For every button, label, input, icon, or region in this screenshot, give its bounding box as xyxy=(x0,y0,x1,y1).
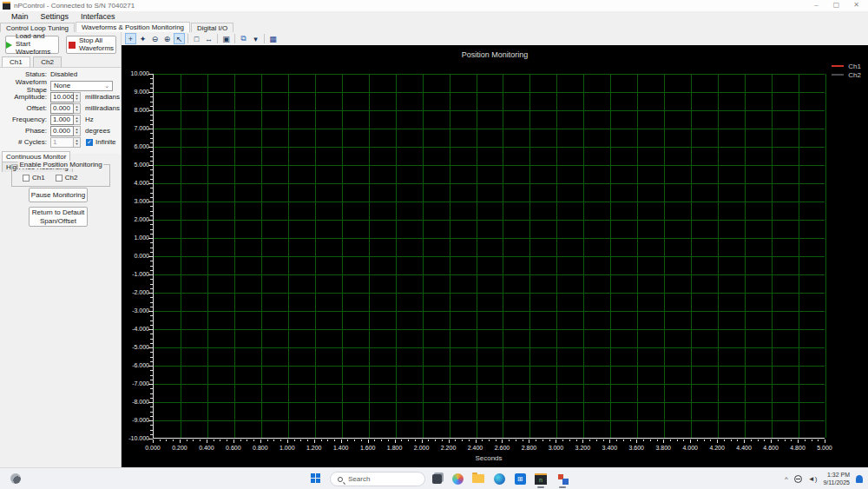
taskbar-clock[interactable]: 1:32 PM 9/11/2025 xyxy=(823,471,850,486)
amplitude-input[interactable]: 10.000 xyxy=(50,92,74,102)
frequency-stepper[interactable]: ▲▼ xyxy=(74,115,81,125)
network-icon[interactable] xyxy=(794,475,802,483)
plot-area[interactable] xyxy=(153,74,825,439)
zoom-out-icon[interactable]: ⊖ xyxy=(149,33,161,44)
load-start-waveforms-button[interactable]: Load and Start Waveforms xyxy=(5,36,59,54)
microsoft-store-button[interactable]: ⊞ xyxy=(513,472,527,486)
title-bar: nPControl - Connected to S/N 7040271 – ▢… xyxy=(0,0,868,11)
close-button[interactable]: ✕ xyxy=(846,0,866,11)
x-minor-tick xyxy=(805,439,806,441)
frequency-input[interactable]: 1.000 xyxy=(50,115,74,125)
taskbar-search[interactable]: Search xyxy=(330,472,425,486)
copy-icon[interactable]: ⧉ xyxy=(238,33,249,44)
y-tick-label: -1.000 xyxy=(124,271,149,277)
volume-icon[interactable]: ◄) xyxy=(808,475,818,483)
start-button[interactable] xyxy=(311,473,321,484)
window-title: nPControl - Connected to S/N 7040271 xyxy=(14,2,135,10)
notification-bell-icon[interactable] xyxy=(856,475,863,483)
file-explorer-button[interactable] xyxy=(471,472,485,486)
x-tick-label: 4.600 xyxy=(758,445,784,451)
x-tick-label: 5.000 xyxy=(812,445,838,451)
amplitude-label: Amplitude: xyxy=(0,93,50,101)
x-minor-tick xyxy=(280,439,281,441)
tab-control-loop-tuning[interactable]: Control Loop Tuning xyxy=(0,23,75,32)
cycles-row: # Cycles: 1 ▲▼ ✓ Infinite xyxy=(0,136,121,148)
properties-icon[interactable]: ▣ xyxy=(220,33,232,44)
copy-dropdown-icon[interactable]: ▾ xyxy=(250,33,261,44)
cursor-icon[interactable]: ↖ xyxy=(174,33,185,44)
x-minor-tick xyxy=(173,439,174,441)
offset-input[interactable]: 0.000 xyxy=(50,103,74,114)
box-select-icon[interactable]: □ xyxy=(191,33,202,44)
app-logo-icon xyxy=(3,2,10,10)
phase-input[interactable]: 0.000 xyxy=(50,126,74,136)
stop-all-waveforms-button[interactable]: Stop All Waveforms xyxy=(66,36,116,54)
pause-monitoring-label: Pause Monitoring xyxy=(31,191,85,200)
x-minor-tick xyxy=(347,439,348,441)
offset-stepper[interactable]: ▲▼ xyxy=(74,103,81,114)
phase-label: Phase: xyxy=(0,127,50,135)
y-minor-tick xyxy=(150,161,153,162)
x-tick-label: 0.800 xyxy=(247,445,273,451)
tray-chevron-up-icon[interactable]: ^ xyxy=(785,475,788,483)
gridline-h xyxy=(154,238,825,239)
offset-row: Offset: 0.000 ▲▼ milliradians xyxy=(0,102,121,114)
check-icon: ✓ xyxy=(87,139,92,146)
legend-label: Ch1 xyxy=(848,63,861,70)
y-minor-tick xyxy=(150,412,153,413)
phase-row: Phase: 0.000 ▲▼ degrees xyxy=(0,125,121,136)
gridline-v xyxy=(369,74,370,438)
tab-digital-io[interactable]: Digital I/O xyxy=(191,23,233,32)
y-minor-tick xyxy=(150,147,153,148)
x-minor-tick xyxy=(529,439,529,441)
gridline-h xyxy=(154,129,825,129)
return-default-span-offset-button[interactable]: Return to Default Span/Offset xyxy=(29,207,88,227)
maximize-button[interactable]: ▢ xyxy=(826,0,846,11)
y-minor-tick xyxy=(150,238,153,239)
waveform-shape-select[interactable]: None ⌄ xyxy=(50,81,113,91)
tab-ch1[interactable]: Ch1 xyxy=(2,56,30,67)
menu-settings[interactable]: Settings xyxy=(35,12,76,21)
minimize-button[interactable]: – xyxy=(806,0,826,11)
y-minor-tick xyxy=(150,393,153,394)
edge-button[interactable] xyxy=(492,472,506,486)
phase-stepper[interactable]: ▲▼ xyxy=(74,126,81,136)
pause-monitoring-button[interactable]: Pause Monitoring xyxy=(29,188,88,202)
weather-widget-icon[interactable] xyxy=(10,473,21,484)
x-minor-tick xyxy=(812,439,812,441)
amplitude-stepper[interactable]: ▲▼ xyxy=(74,92,81,102)
npcontrol-app-button[interactable]: n xyxy=(534,472,548,486)
x-tick-label: 4.000 xyxy=(677,445,703,451)
x-minor-tick xyxy=(704,439,705,441)
y-minor-tick xyxy=(150,193,153,194)
copilot-button[interactable] xyxy=(450,472,464,486)
task-view-button[interactable] xyxy=(430,472,444,486)
x-minor-tick xyxy=(717,439,718,441)
menu-main[interactable]: Main xyxy=(5,12,35,21)
tab-waveforms-position-monitoring[interactable]: Waveforms & Position Monitoring xyxy=(76,22,190,32)
gridline-v xyxy=(450,74,450,438)
chart-app-button[interactable] xyxy=(556,472,569,486)
zoom-in-icon[interactable]: ⊕ xyxy=(161,33,173,44)
pan-icon[interactable]: + xyxy=(125,33,136,44)
chart-app-icon xyxy=(557,473,569,485)
stop-icon xyxy=(69,42,76,49)
infinite-checkbox[interactable]: ✓ xyxy=(86,139,93,146)
y-tick-label: -9.000 xyxy=(124,417,149,423)
save-icon[interactable]: ▦ xyxy=(267,33,279,44)
y-minor-tick xyxy=(150,234,153,235)
y-minor-tick xyxy=(150,288,153,289)
ch2-monitor-checkbox[interactable] xyxy=(56,175,62,182)
menu-interfaces[interactable]: Interfaces xyxy=(75,12,122,21)
tab-ch2[interactable]: Ch2 xyxy=(33,56,62,67)
cycles-stepper[interactable]: ▲▼ xyxy=(74,137,81,148)
axis-scale-icon[interactable]: ↔ xyxy=(203,33,214,44)
x-minor-tick xyxy=(300,439,301,441)
x-minor-tick xyxy=(207,439,207,441)
zoom-region-icon[interactable]: ✦ xyxy=(137,33,148,44)
ch1-monitor-checkbox[interactable] xyxy=(23,175,30,182)
y-minor-tick xyxy=(150,347,153,348)
cycles-input[interactable]: 1 xyxy=(50,137,74,148)
offset-unit: milliradians xyxy=(85,104,120,112)
y-minor-tick xyxy=(150,315,153,316)
